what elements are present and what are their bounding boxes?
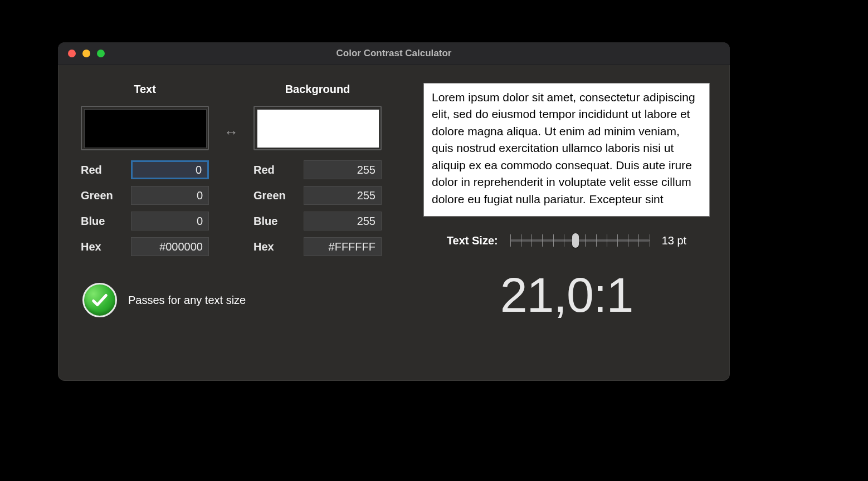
background-color-swatch[interactable] — [253, 106, 382, 150]
colors-panel: Text Red Green Blue — [78, 83, 401, 368]
background-color-swatch-inner — [257, 109, 379, 148]
result-row: Passes for any text size — [78, 283, 401, 317]
close-window-button[interactable] — [68, 50, 76, 57]
bg-blue-label: Blue — [253, 215, 277, 228]
text-size-row: Text Size: — [423, 232, 710, 249]
minimize-window-button[interactable] — [82, 50, 90, 57]
zoom-window-button[interactable] — [97, 50, 105, 57]
bg-red-input[interactable] — [304, 160, 382, 179]
text-hex-input[interactable] — [131, 237, 209, 256]
text-blue-label: Blue — [81, 215, 105, 228]
bg-red-label: Red — [253, 164, 275, 176]
window-title: Color Contrast Calculator — [58, 48, 730, 59]
contrast-ratio-display: 21,0:1 — [423, 267, 710, 323]
text-color-column: Text Red Green Blue — [78, 83, 212, 263]
bg-hex-label: Hex — [253, 240, 274, 253]
text-hex-label: Hex — [81, 240, 101, 253]
text-color-heading: Text — [134, 83, 156, 96]
content-area: Text Red Green Blue — [58, 65, 730, 381]
titlebar: Color Contrast Calculator — [58, 42, 730, 65]
bg-blue-input[interactable] — [304, 212, 382, 230]
bg-green-label: Green — [253, 189, 286, 202]
text-size-slider[interactable] — [510, 232, 650, 249]
text-size-label: Text Size: — [447, 234, 498, 247]
text-size-slider-thumb[interactable] — [572, 233, 579, 248]
pass-check-icon — [82, 283, 117, 317]
text-color-swatch[interactable] — [81, 106, 209, 150]
window-controls — [58, 50, 105, 57]
app-window: Color Contrast Calculator Text Red Green — [58, 42, 730, 381]
text-green-label: Green — [81, 189, 113, 202]
background-color-heading: Background — [285, 83, 350, 96]
preview-text-box: Lorem ipsum dolor sit amet, consectetur … — [423, 83, 710, 217]
swap-column: ↔ — [224, 104, 238, 160]
text-green-input[interactable] — [131, 186, 209, 205]
bg-green-input[interactable] — [304, 186, 382, 205]
text-color-swatch-inner — [84, 109, 207, 148]
preview-panel: Lorem ipsum dolor sit amet, consectetur … — [423, 83, 710, 368]
background-color-column: Background Red Green Blue — [251, 83, 384, 263]
text-size-value: 13 pt — [662, 234, 686, 247]
text-blue-input[interactable] — [131, 212, 209, 230]
bg-hex-input[interactable] — [304, 237, 382, 256]
swap-icon[interactable]: ↔ — [224, 124, 238, 141]
text-red-label: Red — [81, 164, 102, 176]
text-red-input[interactable] — [131, 160, 209, 179]
result-message: Passes for any text size — [128, 294, 246, 307]
